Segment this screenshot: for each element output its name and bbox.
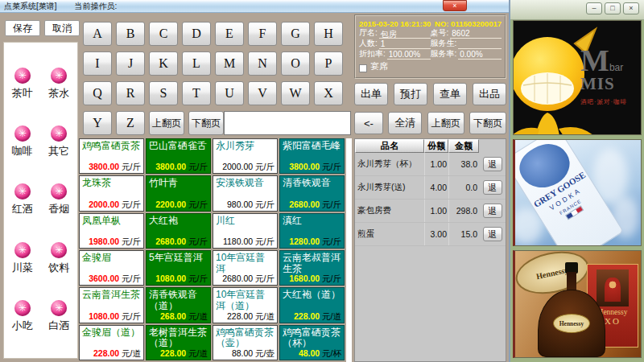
action-button[interactable]: 全清 bbox=[388, 112, 422, 134]
keyboard-key[interactable]: V bbox=[248, 81, 277, 105]
action-button[interactable]: 出单 bbox=[354, 83, 388, 105]
category-button[interactable]: ✳ 其它 bbox=[48, 125, 69, 158]
category-panel: ✳ 茶叶 ✳ 茶水 ✳ 咖啡 ✳ 其它 ✳ 红酒 ✳ 香烟 ✳ 川菜 ✳ 饮料 … bbox=[3, 42, 78, 359]
menu-item[interactable]: 永川秀芽 2000.00 元/斤 bbox=[213, 138, 278, 174]
menu-item[interactable]: 鸡鸣富硒贡茶（杯） 48.00 元/杯 bbox=[279, 325, 345, 360]
keyboard-key[interactable]: E bbox=[215, 22, 244, 46]
keyboard-key[interactable]: I bbox=[83, 51, 112, 76]
keyboard-key[interactable]: C bbox=[149, 22, 178, 46]
return-item-button[interactable]: 退 bbox=[483, 227, 502, 241]
save-button[interactable]: 保存 bbox=[5, 20, 40, 36]
action-button[interactable]: 查单 bbox=[433, 83, 467, 105]
keyboard-key[interactable]: G bbox=[281, 22, 310, 46]
menu-item[interactable]: 紫阳富硒毛峰 3800.00 元/斤 bbox=[279, 138, 345, 174]
keyboard-key[interactable]: R bbox=[116, 81, 145, 105]
keyboard-key[interactable]: A bbox=[83, 22, 112, 46]
keyboard-key[interactable]: T bbox=[182, 81, 211, 105]
banquet-checkbox[interactable] bbox=[359, 64, 367, 72]
keyboard-key[interactable]: 上翻页 bbox=[149, 111, 184, 135]
category-button[interactable]: ✳ 小吃 bbox=[12, 300, 33, 333]
keyboard-key[interactable]: O bbox=[281, 51, 310, 76]
keyboard-key[interactable]: L bbox=[182, 51, 211, 76]
menu-item[interactable]: 金骏眉 3600.00 元/斤 bbox=[79, 250, 144, 286]
menu-item[interactable]: 安溪铁观音 980.00 元/斤 bbox=[213, 175, 278, 211]
restore-button[interactable]: □ bbox=[605, 2, 621, 14]
menu-item-price: 1680.00 bbox=[289, 274, 320, 283]
keyboard-key[interactable]: P bbox=[314, 51, 343, 76]
category-button[interactable]: ✳ 咖啡 bbox=[12, 125, 33, 158]
menu-item[interactable]: 云南普洱生茶 1080.00 元/斤 bbox=[79, 287, 144, 323]
flower-icon: ✳ bbox=[51, 68, 67, 84]
keyboard-key[interactable]: D bbox=[182, 22, 211, 46]
order-item-name: 永川秀芽(送) bbox=[355, 182, 424, 193]
keyboard-key[interactable]: K bbox=[149, 51, 178, 76]
app-close-button[interactable]: × bbox=[443, 0, 467, 11]
keyboard-key[interactable]: W bbox=[281, 81, 310, 105]
category-button[interactable]: ✳ 茶叶 bbox=[12, 68, 33, 101]
return-item-button[interactable]: 退 bbox=[483, 157, 502, 171]
category-button[interactable]: ✳ 白酒 bbox=[48, 300, 69, 333]
category-button[interactable]: ✳ 茶水 bbox=[48, 68, 69, 101]
menu-item[interactable]: 巴山富硒雀舌 3800.00 元/斤 bbox=[146, 138, 211, 174]
menu-item-price-row: 1680.00 元/斤 bbox=[289, 274, 341, 283]
keyboard-key[interactable]: 下翻页 bbox=[188, 111, 224, 135]
action-button[interactable]: 出品 bbox=[473, 83, 506, 105]
category-label: 茶叶 bbox=[12, 86, 33, 101]
menu-item[interactable]: 滇红 1280.00 元/斤 bbox=[279, 213, 345, 249]
menu-item[interactable]: 川红 1180.00 元/斤 bbox=[213, 213, 278, 249]
menu-item-name: 大红袍 bbox=[149, 216, 208, 227]
menu-item[interactable]: 竹叶青 2200.00 元/斤 bbox=[146, 175, 211, 211]
category-button[interactable]: ✳ 香烟 bbox=[48, 183, 69, 216]
menu-item[interactable]: 龙珠茶 2000.00 元/斤 bbox=[79, 175, 144, 211]
minimize-button[interactable]: – bbox=[586, 2, 602, 14]
order-item-actions: 退 bbox=[479, 227, 506, 241]
menu-item-name: 紫阳富硒毛峰 bbox=[283, 141, 341, 152]
menu-item[interactable]: 大红袍 2680.00 元/斤 bbox=[146, 213, 211, 249]
menu-item[interactable]: 云南老叔普洱生茶 1680.00 元/斤 bbox=[279, 250, 345, 286]
keyboard-key[interactable]: Y bbox=[83, 111, 112, 135]
flower-icon: ✳ bbox=[51, 242, 67, 258]
menu-item[interactable]: 鸡鸣富硒贡茶 3800.00 元/斤 bbox=[79, 138, 144, 174]
bar-brand-letter: M bbox=[580, 43, 609, 77]
category-button[interactable]: ✳ 川菜 bbox=[12, 242, 33, 275]
search-input[interactable] bbox=[224, 111, 351, 135]
menu-item-unit: 元/道 bbox=[188, 311, 208, 321]
keyboard-key[interactable]: N bbox=[248, 51, 277, 76]
keyboard-key[interactable]: Q bbox=[83, 81, 112, 105]
menu-item[interactable]: 金骏眉（道） 228.00 元/道 bbox=[79, 325, 144, 360]
order-item-actions: 退 bbox=[479, 204, 506, 218]
return-item-button[interactable]: 退 bbox=[483, 180, 502, 195]
keyboard-key[interactable]: U bbox=[215, 81, 244, 105]
action-button[interactable]: 上翻页 bbox=[427, 112, 464, 134]
menu-item[interactable]: 鸡鸣富硒贡茶（壶） 88.00 元/壶 bbox=[213, 325, 278, 360]
action-button[interactable]: <- bbox=[354, 112, 383, 134]
menu-item[interactable]: 大红袍（道） 228.00 元/道 bbox=[279, 287, 345, 323]
keyboard-key[interactable]: H bbox=[314, 22, 343, 46]
keyboard-key[interactable]: B bbox=[116, 22, 145, 46]
menu-item[interactable]: 清香铁观音 2680.00 元/斤 bbox=[279, 175, 345, 211]
return-item-button[interactable]: 退 bbox=[483, 204, 502, 218]
menu-item[interactable]: 凤凰单枞 1980.00 元/斤 bbox=[79, 213, 144, 249]
keyboard-key[interactable]: S bbox=[149, 81, 178, 105]
action-button[interactable]: 预打 bbox=[394, 83, 427, 105]
menu-item-unit: 元/斤 bbox=[255, 237, 275, 246]
close-button[interactable]: × bbox=[623, 2, 639, 14]
portrait-artwork bbox=[597, 269, 629, 306]
menu-item[interactable]: 清香铁观音（道） 268.00 元/道 bbox=[146, 287, 211, 323]
category-button[interactable]: ✳ 饮料 bbox=[48, 242, 69, 275]
keyboard-key[interactable]: J bbox=[116, 51, 145, 76]
keyboard-key[interactable]: M bbox=[215, 51, 244, 76]
keyboard-key[interactable]: X bbox=[314, 81, 343, 105]
action-button[interactable]: 下翻页 bbox=[469, 112, 506, 134]
keyboard-key[interactable]: F bbox=[248, 22, 277, 46]
menu-item[interactable]: 老树普洱生茶（道） 228.00 元/道 bbox=[146, 325, 211, 360]
order-table: 品名份额金额 永川秀芽（杯） 1.00 38.0 退 永川秀芽(送) 4.00 … bbox=[354, 138, 506, 362]
menu-item[interactable]: 10年宫廷普洱（道） 228.00 元/道 bbox=[213, 287, 278, 323]
category-label: 香烟 bbox=[48, 202, 69, 216]
menu-item-name: 永川秀芽 bbox=[216, 141, 275, 152]
menu-item[interactable]: 10年宫廷普洱 2680.00 元/斤 bbox=[213, 250, 278, 286]
menu-item[interactable]: 5年宫廷普洱 1080.00 元/斤 bbox=[146, 250, 211, 286]
category-button[interactable]: ✳ 红酒 bbox=[12, 183, 33, 216]
keyboard-key[interactable]: Z bbox=[116, 111, 145, 135]
cancel-button[interactable]: 取消 bbox=[44, 20, 80, 36]
